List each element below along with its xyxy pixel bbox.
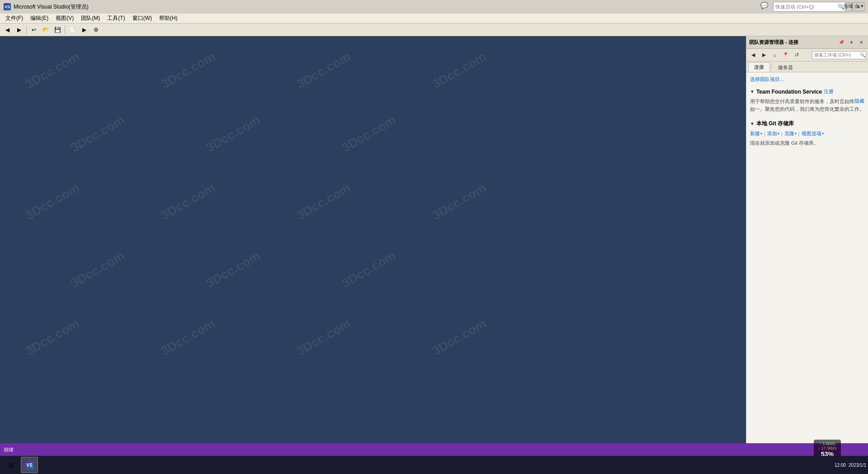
panel-nav-forward[interactable]: ▶ <box>759 51 769 60</box>
taskbar-right: 12:00 2023/1/1 <box>835 463 866 468</box>
tab-separator <box>771 64 771 70</box>
git-section: ▼ 本地 Git 存储库 新建 ▾ | 添加 ▾ | 克隆 <box>750 120 864 147</box>
menu-team[interactable]: 团队(M) <box>77 14 104 23</box>
app-icon: VS <box>4 3 11 10</box>
watermark-2: 3Dcc.com <box>159 49 218 92</box>
watermark-15: 3Dcc.com <box>23 316 82 359</box>
menu-window[interactable]: 窗口(W) <box>129 14 156 23</box>
tfs-section-header: ▼ Team Foundation Service 注册 <box>750 88 864 95</box>
title-bar: VS Microsoft Visual Studio(管理员) 💬 ⚑ 🔍 佳城… <box>0 0 868 14</box>
git-title: 本地 Git 存储库 <box>756 120 794 128</box>
git-section-header: ▼ 本地 Git 存储库 <box>750 120 864 128</box>
panel-search-input[interactable] <box>812 51 866 59</box>
panel-pin-toolbar-button[interactable]: 📍 <box>781 51 791 60</box>
menu-bar: 文件(F) 编辑(E) 视图(V) 团队(M) 工具(T) 窗口(W) 帮助(H… <box>0 14 868 24</box>
taskbar-vs-icon: VS <box>25 460 34 469</box>
panel-toolbar: ◀ ▶ ⌂ 📍 ↺ 🔍 <box>746 49 868 62</box>
panel-search-icon[interactable]: 🔍 <box>860 52 865 57</box>
panel-title: 团队资源管理器 - 连接 <box>749 39 835 46</box>
window-title: Microsoft Visual Studio(管理员) <box>14 3 827 11</box>
vs-logo: VS <box>4 3 11 10</box>
top-search-area: 🔍 <box>773 2 845 12</box>
save-button[interactable]: 💾 <box>52 25 63 35</box>
watermark-1: 3Dcc.com <box>23 49 82 92</box>
panel-search-area: 🔍 <box>812 51 866 59</box>
panel-refresh-button[interactable]: ↺ <box>792 51 802 60</box>
git-view-options-action[interactable]: 视图选项 ▾ <box>802 130 824 137</box>
panel-home-button[interactable]: ⌂ <box>770 51 780 60</box>
tfs-title: Team Foundation Service <box>756 89 822 95</box>
panel-content: 选择团队项目... ▼ Team Foundation Service 注册 隐… <box>746 72 868 461</box>
git-add-action[interactable]: 添加 ▾ <box>767 130 779 137</box>
watermark-6: 3Dcc.com <box>204 113 263 155</box>
git-toggle[interactable]: ▼ <box>750 121 755 126</box>
tfs-toggle[interactable]: ▼ <box>750 89 755 94</box>
panel-close-button[interactable]: ✕ <box>857 38 865 47</box>
watermark-9: 3Dcc.com <box>159 180 218 223</box>
menu-view[interactable]: 视图(V) <box>52 14 77 23</box>
watermark-4: 3Dcc.com <box>430 49 489 92</box>
git-clone-action[interactable]: 克隆 ▾ <box>784 130 797 137</box>
menu-tools[interactable]: 工具(T) <box>104 14 128 23</box>
menu-file[interactable]: 文件(F) <box>2 14 27 23</box>
back-button[interactable]: ◀ <box>2 25 13 35</box>
upload-speed: ↑ 3.6kb/s <box>819 441 835 446</box>
run-button[interactable]: ▶ <box>79 25 90 35</box>
new-project-button[interactable]: 📄 <box>67 25 78 35</box>
quick-launch-input[interactable] <box>773 2 845 12</box>
watermark-14: 3Dcc.com <box>340 248 399 291</box>
watermark-13: 3Dcc.com <box>204 248 263 291</box>
tfs-section: ▼ Team Foundation Service 注册 隐藏 用于帮助您交付高… <box>750 88 864 113</box>
taskbar: ⊞ VS 12:00 2023/1/1 <box>0 456 868 474</box>
watermark-10: 3Dcc.com <box>294 180 354 223</box>
open-button[interactable]: 📂 <box>40 25 51 35</box>
git-actions: 新建 ▾ | 添加 ▾ | 克隆 ▾ | 视图选项 <box>750 130 864 137</box>
start-button[interactable]: ⊞ <box>2 458 20 472</box>
menu-edit[interactable]: 编辑(E) <box>27 14 52 23</box>
taskbar-time: 12:00 <box>835 463 846 468</box>
taskbar-vs-item[interactable]: VS <box>21 457 38 473</box>
panel-tabs: 连接 服务器 <box>746 62 868 72</box>
team-explorer-panel: 团队资源管理器 - 连接 📌 ▾ ✕ ◀ ▶ ⌂ 📍 ↺ 🔍 连接 服务器 <box>746 36 868 461</box>
tab-connect[interactable]: 连接 <box>748 62 770 72</box>
watermark-11: 3Dcc.com <box>430 180 489 223</box>
panel-pin-button[interactable]: 📌 <box>837 38 845 47</box>
menu-help[interactable]: 帮助(H) <box>156 14 181 23</box>
watermark-3: 3Dcc.com <box>294 49 354 92</box>
toolbar-sep-2 <box>65 26 65 34</box>
taskbar-date: 2023/1/1 <box>849 463 866 468</box>
watermark-18: 3Dcc.com <box>430 316 489 359</box>
toolbar-sep-1 <box>26 26 27 34</box>
extra-button[interactable]: ⚙ <box>90 25 101 35</box>
tab-server[interactable]: 服务器 <box>772 63 799 72</box>
user-area[interactable]: 佳城 会 ▾ <box>843 3 863 9</box>
tfs-hide-link[interactable]: 隐藏 <box>854 98 864 104</box>
status-bar: 就绪 <box>0 443 868 456</box>
chat-icon[interactable]: 💬 <box>760 2 768 9</box>
panel-titlebar: 团队资源管理器 - 连接 📌 ▾ ✕ <box>746 36 868 49</box>
panel-nav-back[interactable]: ◀ <box>748 51 758 60</box>
watermark-7: 3Dcc.com <box>340 113 399 155</box>
git-description: 现在就添加或克隆 Git 存储库。 <box>750 140 864 147</box>
watermark-8: 3Dcc.com <box>23 180 82 223</box>
tfs-signup-link[interactable]: 注册 <box>824 88 834 95</box>
panel-dropdown-button[interactable]: ▾ <box>847 38 855 47</box>
watermark-5: 3Dcc.com <box>68 113 127 155</box>
git-new-action[interactable]: 新建 ▾ <box>750 130 762 137</box>
main-content-area: 3Dcc.com 3Dcc.com 3Dcc.com 3Dcc.com 3Dcc… <box>0 36 868 461</box>
tfs-description: 用于帮助您交付高质量软件的服务，及时且始终如一。聚焦您的代码，我们将为您简化繁杂… <box>750 98 864 113</box>
watermark-12: 3Dcc.com <box>68 248 127 291</box>
watermark-17: 3Dcc.com <box>294 316 354 359</box>
download-speed: ↓ 17.3kb/s <box>818 446 836 450</box>
status-text: 就绪 <box>4 446 14 453</box>
select-team-link[interactable]: 选择团队项目... <box>750 76 864 83</box>
forward-button[interactable]: ▶ <box>14 25 24 35</box>
watermark-16: 3Dcc.com <box>159 316 218 359</box>
main-toolbar: ◀ ▶ ↩ 📂 💾 📄 ▶ ⚙ <box>0 24 868 36</box>
undo-button[interactable]: ↩ <box>28 25 39 35</box>
